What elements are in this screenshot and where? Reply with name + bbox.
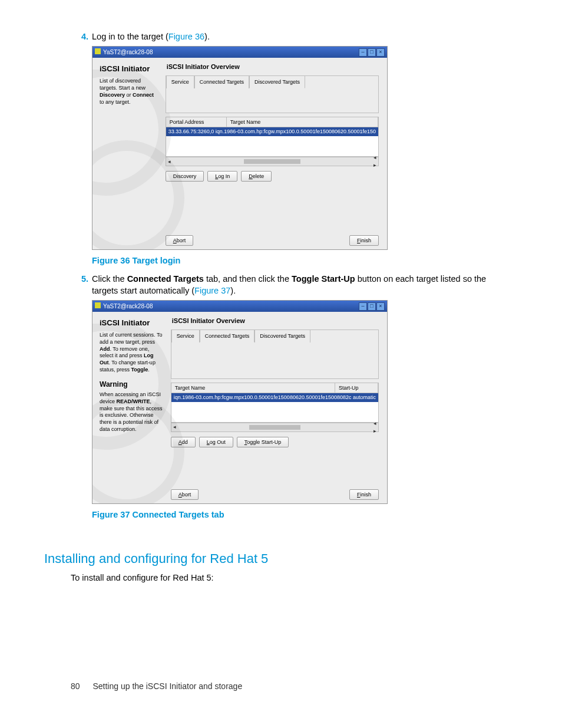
minimize-button[interactable]: – bbox=[359, 48, 367, 57]
tab-container: Service Connected Targets Discovered Tar… bbox=[166, 75, 379, 113]
scroll-left-icon[interactable]: ◂ bbox=[166, 158, 173, 166]
minimize-button[interactable]: – bbox=[359, 302, 367, 311]
abort-button[interactable]: Abort bbox=[166, 235, 194, 246]
yast-window-discovered: YaST2@rack28-08 –□× iSCSI Initiator List… bbox=[92, 46, 388, 250]
u: L bbox=[215, 173, 218, 179]
finish-button[interactable]: Finish bbox=[349, 235, 379, 246]
text: . bbox=[148, 367, 150, 373]
scroll-left-icon[interactable]: ◂ bbox=[171, 423, 178, 431]
window-titlebar: YaST2@rack28-08 –□× bbox=[92, 47, 387, 58]
u: T bbox=[244, 439, 247, 445]
app-icon bbox=[95, 48, 101, 54]
sidebar-help-text: List of current sessions. To add a new t… bbox=[100, 332, 163, 373]
step-number: 4. bbox=[71, 31, 88, 42]
text: to any target. bbox=[100, 99, 131, 105]
step-text: Log in to the target (Figure 36). bbox=[92, 31, 506, 42]
horizontal-scrollbar[interactable]: ◂ ◂ ▸ bbox=[166, 157, 379, 166]
login-button[interactable]: Log In bbox=[207, 171, 237, 182]
targets-list: Portal Address Target Name 33.33.66.75:3… bbox=[166, 117, 379, 157]
scroll-thumb[interactable] bbox=[244, 159, 300, 164]
abort-button[interactable]: Abort bbox=[171, 489, 199, 500]
text-bold: Connected Targets bbox=[127, 274, 204, 284]
u: D bbox=[249, 173, 253, 179]
text-bold: Discovery bbox=[100, 92, 125, 98]
toggle-startup-button[interactable]: Toggle Start-Up bbox=[237, 437, 289, 448]
section-intro: To install and configure for Red Hat 5: bbox=[71, 572, 506, 584]
figure-link[interactable]: Figure 37 bbox=[194, 286, 230, 295]
text: ). bbox=[230, 286, 236, 295]
discovery-button[interactable]: Discovery bbox=[166, 171, 204, 182]
window-titlebar: YaST2@rack28-08 –□× bbox=[92, 301, 387, 312]
figure-caption: Figure 36 Target login bbox=[92, 255, 506, 266]
close-button[interactable]: × bbox=[376, 302, 385, 311]
targets-list: Target Name Start-Up iqn.1986-03.com.hp:… bbox=[171, 383, 379, 423]
target-row[interactable]: 33.33.66.75:3260,0 iqn.1986-03.com.hp:fc… bbox=[166, 127, 378, 136]
window-buttons: –□× bbox=[358, 48, 385, 57]
panel-title: iSCSI Initiator Overview bbox=[167, 62, 381, 71]
sidebar-title: iSCSI Initiator bbox=[100, 64, 157, 74]
text: List of discovered targets. Start a new bbox=[100, 78, 146, 91]
u: F bbox=[357, 238, 361, 243]
scroll-thumb[interactable] bbox=[249, 425, 300, 430]
chapter-title: Setting up the iSCSI Initiator and stora… bbox=[92, 681, 242, 691]
tab-connected[interactable]: Connected Targets bbox=[200, 330, 254, 343]
column-target[interactable]: Target Name bbox=[171, 383, 335, 393]
tab-service[interactable]: Service bbox=[171, 330, 200, 343]
delete-button[interactable]: Delete bbox=[241, 171, 272, 182]
text: Click the bbox=[92, 274, 127, 284]
u: A bbox=[178, 439, 182, 445]
scroll-right-icon[interactable]: ◂ ▸ bbox=[371, 420, 378, 434]
text-bold: Toggle bbox=[131, 367, 148, 373]
window-buttons: –□× bbox=[358, 302, 385, 311]
step-number: 5. bbox=[71, 273, 88, 297]
tab-connected[interactable]: Connected Targets bbox=[194, 75, 249, 89]
text: List of current sessions. To add a new t… bbox=[100, 332, 162, 345]
window-title: YaST2@rack28-08 bbox=[103, 49, 153, 55]
target-row[interactable]: iqn.1986-03.com.hp:fcgw.mpx100.0.50001fe… bbox=[171, 393, 378, 402]
text-bold: Add bbox=[100, 346, 110, 352]
column-target[interactable]: Target Name bbox=[227, 117, 378, 127]
add-button[interactable]: Add bbox=[171, 437, 196, 448]
yast-window-connected: YaST2@rack28-08 –□× iSCSI Initiator List… bbox=[92, 300, 388, 504]
tab-discovered[interactable]: Discovered Targets bbox=[254, 330, 310, 343]
warning-heading: Warning bbox=[100, 380, 163, 390]
step-text: Click the Connected Targets tab, and the… bbox=[92, 273, 506, 297]
u: L bbox=[207, 439, 210, 445]
app-icon bbox=[95, 302, 101, 308]
figure-caption: Figure 37 Connected Targets tab bbox=[92, 509, 506, 521]
text-bold: Toggle Start-Up bbox=[292, 274, 355, 284]
warning-text: When accessing an iSCSI device READ/WRIT… bbox=[100, 391, 163, 433]
logout-button[interactable]: Log Out bbox=[199, 437, 233, 448]
text: tab, and then click the bbox=[204, 274, 292, 284]
column-startup[interactable]: Start-Up bbox=[335, 383, 378, 393]
text: Log in to the target ( bbox=[92, 32, 168, 41]
finish-button[interactable]: Finish bbox=[349, 489, 379, 500]
maximize-button[interactable]: □ bbox=[368, 48, 376, 57]
horizontal-scrollbar[interactable]: ◂ ◂ ▸ bbox=[171, 423, 379, 432]
panel-title: iSCSI Initiator Overview bbox=[172, 317, 381, 325]
u: A bbox=[178, 492, 182, 498]
window-title: YaST2@rack28-08 bbox=[103, 303, 153, 309]
close-button[interactable]: × bbox=[376, 48, 385, 57]
figure-link[interactable]: Figure 36 bbox=[168, 32, 204, 41]
scroll-right-icon[interactable]: ◂ ▸ bbox=[371, 154, 378, 169]
maximize-button[interactable]: □ bbox=[368, 302, 376, 311]
text-bold: READ/WRITE bbox=[117, 398, 150, 404]
column-portal[interactable]: Portal Address bbox=[166, 117, 227, 127]
text: ). bbox=[204, 32, 210, 41]
page-number: 80 bbox=[71, 681, 80, 691]
tab-container: Service Connected Targets Discovered Tar… bbox=[171, 330, 379, 379]
u: A bbox=[173, 238, 177, 243]
tab-service[interactable]: Service bbox=[166, 75, 194, 89]
page-footer: 80 Setting up the iSCSI Initiator and st… bbox=[71, 681, 242, 693]
section-heading: Installing and configuring for Red Hat 5 bbox=[44, 550, 506, 568]
u: F bbox=[357, 492, 361, 498]
text: or bbox=[125, 92, 133, 98]
sidebar-help-text: List of discovered targets. Start a new … bbox=[100, 78, 157, 106]
text-bold: Connect bbox=[133, 92, 154, 98]
sidebar-title: iSCSI Initiator bbox=[100, 318, 163, 328]
tab-discovered[interactable]: Discovered Targets bbox=[249, 75, 305, 89]
